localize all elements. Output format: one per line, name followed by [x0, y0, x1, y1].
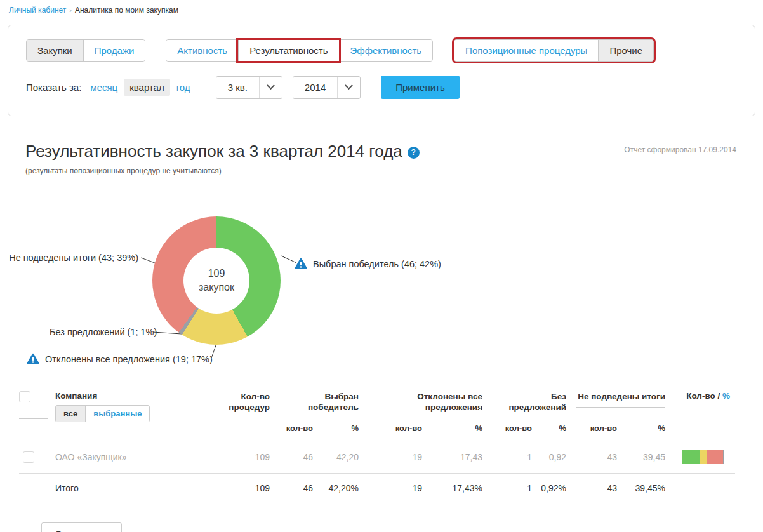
total-value: 43	[566, 474, 617, 503]
subheader-count: кол-во	[482, 418, 532, 441]
segment-label-winner-text: Выбран победитель (46; 42%)	[313, 259, 441, 269]
leader-lines	[0, 209, 763, 373]
col-count-percent: Кол-во /	[686, 391, 722, 401]
tab-other-procedures[interactable]: Прочие	[598, 40, 653, 61]
year-select-value: 2014	[293, 82, 337, 93]
report-generated-date: Отчет сформирован 17.09.2014	[624, 145, 736, 154]
cell-value: 1	[482, 441, 532, 474]
apply-button[interactable]: Применить	[381, 76, 460, 99]
table-row: ОАО «Закупщик» 109 46 42,20 19 17,43 1 0…	[19, 441, 735, 474]
donut-ring: 109 закупок	[152, 216, 281, 345]
breadcrumb-home-link[interactable]: Личный кабинет	[9, 6, 66, 15]
total-label: Итого	[48, 474, 194, 503]
cell-value: 39,45	[617, 441, 665, 474]
segment-label-rejected-text: Отклонены все предложения (19; 17%)	[45, 354, 213, 364]
tab-efficiency[interactable]: Эффективность	[339, 40, 433, 61]
subheader-count: кол-во	[270, 418, 313, 441]
company-column-header: Компания	[55, 391, 194, 401]
report-tabs-group: Активность Результативность Эффективност…	[166, 39, 433, 62]
result-bar	[682, 450, 724, 464]
procedure-tabs-group: Попозиционные процедуры Прочие	[454, 39, 654, 62]
total-value: 46	[270, 474, 313, 503]
period-year-link[interactable]: год	[176, 82, 190, 93]
total-value: 1	[482, 474, 532, 503]
donut-total-label: закупок	[199, 281, 234, 295]
quarter-select[interactable]: 3 кв.	[216, 76, 282, 99]
breadcrumb: Личный кабинет›Аналитика по моим закупка…	[0, 0, 763, 18]
tab-positional-procedures[interactable]: Попозиционные процедуры	[454, 40, 598, 61]
company-name: ОАО «Закупщик»	[48, 441, 194, 474]
total-row: Итого 109 46 42,20% 19 17,43% 1 0,92% 43…	[19, 474, 735, 503]
breadcrumb-current: Аналитика по моим закупкам	[75, 6, 178, 15]
report-subtitle: (результаты попозиционных процедур не уч…	[25, 166, 420, 175]
donut-center: 109 закупок	[183, 248, 249, 314]
subheader-percent: %	[617, 418, 665, 441]
segment-label-no-offers: Без предложений (1; 1%)	[50, 327, 157, 337]
col-rejected-group: Отклонены все предложения	[369, 391, 482, 418]
warning-icon	[27, 353, 39, 365]
print-button[interactable]: Распечатать	[41, 522, 122, 532]
mode-toggle-group: Закупки Продажи	[26, 39, 145, 62]
row-checkbox[interactable]	[23, 451, 34, 463]
warning-icon	[295, 258, 307, 270]
col-procedures-count: Кол-во процедур	[204, 391, 270, 418]
tab-effectiveness[interactable]: Результативность	[238, 40, 338, 61]
cell-value: 17,43	[422, 441, 482, 474]
chevron-down-icon	[337, 77, 360, 98]
cell-value: 0,92	[532, 441, 566, 474]
subheader-percent: %	[532, 418, 566, 441]
tab-activity[interactable]: Активность	[166, 40, 238, 61]
tab-purchases[interactable]: Закупки	[27, 40, 83, 61]
companies-selected-button[interactable]: выбранные	[85, 406, 149, 422]
subheader-percent: %	[422, 418, 482, 441]
help-icon[interactable]: ?	[408, 147, 420, 159]
page-title: Результативность закупок за 3 квартал 20…	[25, 142, 402, 161]
donut-chart: 109 закупок Не подведены итоги (43; 39%)…	[0, 209, 763, 373]
segment-label-winner: Выбран победитель (46; 42%)	[295, 258, 441, 270]
cell-value: 43	[566, 441, 617, 474]
subheader-count: кол-во	[359, 418, 422, 441]
total-value: 0,92%	[532, 474, 566, 503]
col-pending-group: Не подведены итоги	[576, 391, 665, 408]
company-filter-toggle: все выбранные	[55, 405, 150, 422]
tab-sales[interactable]: Продажи	[83, 40, 145, 61]
total-value: 39,45%	[617, 474, 665, 503]
percent-toggle-link[interactable]: %	[722, 391, 730, 401]
col-no-offers-group: Без предложений	[493, 391, 566, 418]
cell-value: 109	[194, 441, 270, 474]
total-value: 42,20%	[313, 474, 359, 503]
cell-value: 42,20	[313, 441, 359, 474]
results-table: Компания все выбранные Кол-во процедур В…	[19, 391, 736, 503]
segment-label-pending: Не подведены итоги (43; 39%)	[0, 253, 138, 263]
filter-panel: Закупки Продажи Активность Результативно…	[8, 25, 755, 116]
report-title-block: Результативность закупок за 3 квартал 20…	[25, 142, 420, 175]
period-month-link[interactable]: месяц	[90, 82, 117, 93]
cell-value: 19	[359, 441, 422, 474]
segment-label-rejected: Отклонены все предложения (19; 17%)	[27, 353, 213, 365]
year-select[interactable]: 2014	[293, 76, 361, 99]
col-winner-group: Выбран победитель	[280, 391, 359, 418]
breadcrumb-separator: ›	[69, 6, 72, 14]
subheader-percent: %	[313, 418, 359, 441]
donut-total-value: 109	[208, 267, 225, 281]
cell-value: 46	[270, 441, 313, 474]
subheader-count: кол-во	[566, 418, 617, 441]
companies-all-button[interactable]: все	[56, 406, 85, 422]
chevron-down-icon	[259, 77, 282, 98]
period-quarter-chip[interactable]: квартал	[124, 79, 170, 96]
quarter-select-value: 3 кв.	[216, 82, 259, 93]
total-value: 17,43%	[422, 474, 482, 503]
total-value: 109	[194, 474, 270, 503]
total-value: 19	[359, 474, 422, 503]
period-label: Показать за:	[26, 82, 81, 93]
select-all-checkbox[interactable]	[19, 391, 30, 402]
